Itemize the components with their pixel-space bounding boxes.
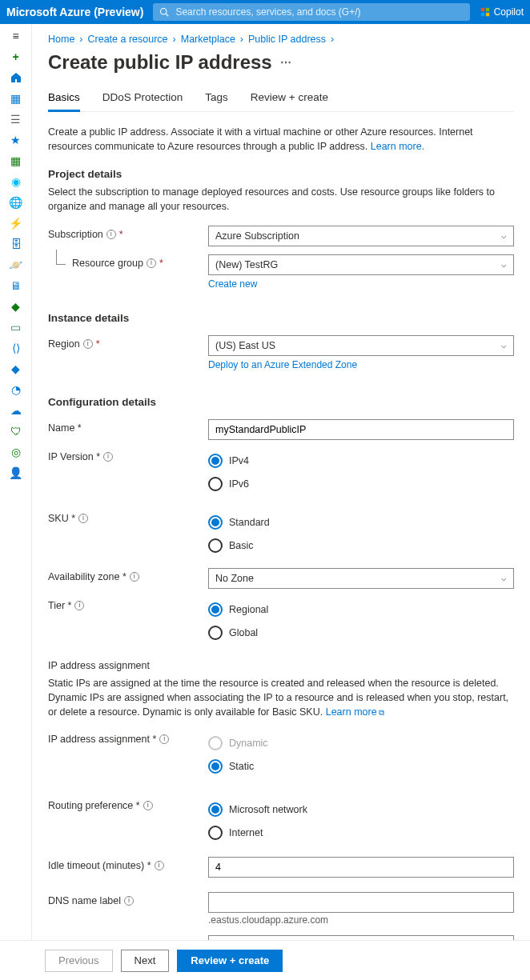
tab-tags[interactable]: Tags xyxy=(205,91,228,111)
ip-assignment-learn-more[interactable]: Learn more⧉ xyxy=(326,706,384,718)
idle-timeout-input[interactable] xyxy=(215,858,507,877)
radio-tier-regional[interactable] xyxy=(208,602,223,617)
tab-review[interactable]: Review + create xyxy=(251,91,328,111)
add-icon[interactable]: + xyxy=(9,50,23,64)
search-icon xyxy=(159,7,169,17)
intro-learn-more[interactable]: Learn more. xyxy=(371,141,424,152)
radio-sku-standard[interactable] xyxy=(208,515,223,530)
radio-sku-basic[interactable] xyxy=(208,538,223,553)
info-icon[interactable]: i xyxy=(124,896,134,906)
radio-tier-global[interactable] xyxy=(208,626,223,640)
chevron-down-icon: ⌵ xyxy=(501,573,507,583)
instance-details-heading: Instance details xyxy=(48,312,514,324)
chevron-right-icon: › xyxy=(173,34,176,45)
resource-group-label: Resource group i * xyxy=(72,254,208,269)
home-icon[interactable] xyxy=(9,70,23,85)
name-input[interactable] xyxy=(215,420,507,439)
next-button[interactable]: Next xyxy=(121,950,170,972)
vm-icon[interactable]: 🖥 xyxy=(9,278,23,293)
radio-internet[interactable] xyxy=(208,826,223,840)
crumb-create[interactable]: Create a resource xyxy=(88,34,168,45)
radio-dynamic xyxy=(208,736,223,750)
cube-icon[interactable]: ◉ xyxy=(9,174,23,189)
main-content: Home› Create a resource› Marketplace› Pu… xyxy=(32,24,530,940)
apps-icon[interactable]: ▦ xyxy=(9,154,23,168)
dashboard-icon[interactable]: ▦ xyxy=(9,91,23,106)
routing-label: Routing preference * i xyxy=(48,797,208,811)
radio-ipv4[interactable] xyxy=(208,454,223,468)
subscription-select[interactable]: Azure Subscription ⌵ xyxy=(208,226,514,246)
resource-group-select[interactable]: (New) TestRG ⌵ xyxy=(208,254,514,275)
globe-icon[interactable]: 🌐 xyxy=(9,195,23,210)
availability-zone-select[interactable]: No Zone ⌵ xyxy=(208,568,514,589)
subscription-label: Subscription i * xyxy=(48,226,208,240)
info-icon[interactable]: i xyxy=(103,452,113,462)
user-icon[interactable]: 👤 xyxy=(9,466,23,480)
copilot-button[interactable]: Copilot xyxy=(480,6,524,18)
chevron-right-icon: › xyxy=(331,34,334,45)
previous-button: Previous xyxy=(45,950,113,972)
crumb-marketplace[interactable]: Marketplace xyxy=(181,34,235,45)
ip-assignment-desc: Static IPs are assigned at the time the … xyxy=(48,676,514,719)
security-icon[interactable]: 🛡 xyxy=(9,424,23,438)
region-label: Region i * xyxy=(48,335,208,350)
tree-connector xyxy=(48,254,72,277)
monitor-icon[interactable]: ◔ xyxy=(9,382,23,397)
search-input[interactable] xyxy=(174,6,463,18)
availability-zone-label: Availability zone * i xyxy=(48,568,208,582)
list-icon[interactable]: ☰ xyxy=(9,112,23,126)
diamond-icon[interactable]: ◆ xyxy=(9,299,23,314)
info-icon[interactable]: i xyxy=(147,258,156,268)
info-icon[interactable]: i xyxy=(159,734,169,744)
crumb-publicip[interactable]: Public IP address xyxy=(248,34,326,45)
page-title-row: Create public IP address ⋯ xyxy=(48,51,514,74)
tier-label: Tier * i xyxy=(48,597,208,611)
brand-label: Microsoft Azure (Preview) xyxy=(6,6,143,18)
radio-static[interactable] xyxy=(208,759,223,774)
database-icon[interactable]: 🗄 xyxy=(9,237,23,251)
storage-icon[interactable]: ▭ xyxy=(9,320,23,334)
idle-timeout-label: Idle timeout (minutes) * i xyxy=(48,857,208,871)
tab-basics[interactable]: Basics xyxy=(48,91,80,112)
page-title: Create public IP address xyxy=(48,51,272,74)
copilot-label: Copilot xyxy=(494,6,524,18)
create-new-link[interactable]: Create new xyxy=(208,278,257,290)
dns-label: DNS name label i xyxy=(48,892,208,906)
chevron-down-icon: ⌵ xyxy=(501,340,507,350)
top-bar: Microsoft Azure (Preview) Copilot xyxy=(0,0,530,24)
review-create-button[interactable]: Review + create xyxy=(177,950,283,972)
tab-ddos[interactable]: DDoS Protection xyxy=(102,91,183,111)
cost-icon[interactable]: ◎ xyxy=(9,445,23,459)
info-icon[interactable]: i xyxy=(155,861,164,870)
cosmos-icon[interactable]: 🪐 xyxy=(9,258,23,272)
more-icon[interactable]: ⋯ xyxy=(280,56,291,69)
config-details-heading: Configuration details xyxy=(48,396,514,408)
cloud-icon[interactable]: ☁ xyxy=(9,403,23,418)
dns-suffix: .eastus.cloudapp.azure.com xyxy=(208,914,514,926)
global-search[interactable] xyxy=(153,3,469,21)
project-details-desc: Select the subscription to manage deploy… xyxy=(48,185,514,214)
info-icon[interactable]: i xyxy=(143,801,153,810)
info-icon[interactable]: i xyxy=(74,601,84,610)
info-icon[interactable]: i xyxy=(130,572,139,582)
ip-assignment-heading: IP address assignment xyxy=(48,660,514,671)
info-icon[interactable]: i xyxy=(83,339,93,349)
radio-msnetwork[interactable] xyxy=(208,802,223,817)
chevron-down-icon: ⌵ xyxy=(501,230,507,241)
ad-icon[interactable]: ◆ xyxy=(9,362,23,376)
info-icon[interactable]: i xyxy=(106,230,116,239)
hamburger-icon[interactable]: ≡ xyxy=(9,29,23,43)
external-link-icon: ⧉ xyxy=(379,707,384,719)
star-icon[interactable]: ★ xyxy=(9,133,23,147)
crumb-home[interactable]: Home xyxy=(48,34,74,45)
dns-input[interactable] xyxy=(215,893,507,912)
radio-ipv6[interactable] xyxy=(208,477,223,491)
extended-zone-link[interactable]: Deploy to an Azure Extended Zone xyxy=(208,359,357,370)
function-icon[interactable]: ⚡ xyxy=(9,216,23,230)
network-icon[interactable]: ⟨⟩ xyxy=(9,341,23,355)
tabs: Basics DDoS Protection Tags Review + cre… xyxy=(48,91,514,112)
intro-text: Create a public IP address. Associate it… xyxy=(48,125,514,154)
region-select[interactable]: (US) East US ⌵ xyxy=(208,335,514,356)
info-icon[interactable]: i xyxy=(78,514,88,523)
wizard-footer: Previous Next Review + create xyxy=(0,940,530,980)
